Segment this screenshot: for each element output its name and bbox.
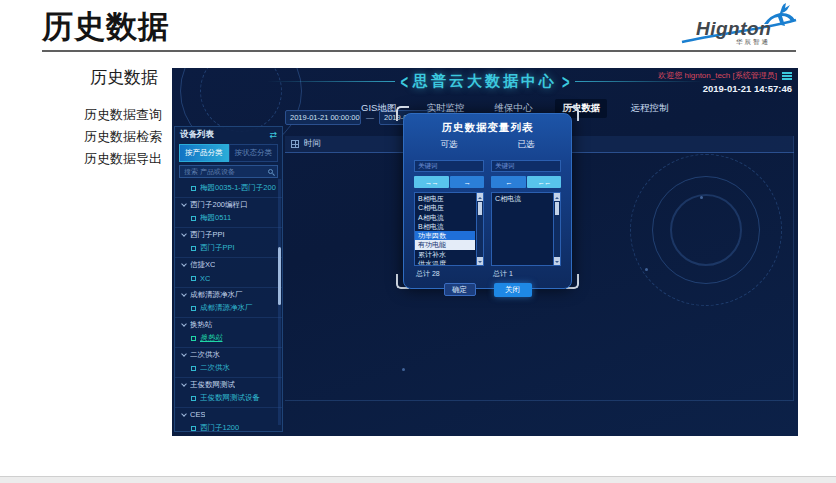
device-search-input[interactable] [184,168,268,175]
tree-item-icon [181,261,187,267]
tree-item-icon [181,321,187,327]
tree-item-icon [191,336,196,341]
tree-item-icon [191,186,196,191]
variable-option[interactable]: B相电压 [415,194,475,203]
tree-item[interactable]: 二次供水 [175,361,282,375]
sidebar-item[interactable]: 历史数据检索 [84,130,162,144]
time-column-header: 时间 [304,138,321,150]
tree-item[interactable]: 梅园0511 [175,211,282,225]
dashboard-header: < 思普云大数据中心 > 欢迎您 hignton_tech [系统管理员] 20… [172,68,798,98]
sidebar-item[interactable]: 历史数据导出 [84,152,162,166]
tree-item-label: 成都清源净水厂 [190,290,243,300]
tree-item-label: 西门子200编程口 [190,200,248,210]
variable-option[interactable]: C相电压 [415,203,475,212]
logo-subtitle: 华辰智通 [736,38,770,47]
variable-option[interactable]: C相电流 [492,194,552,203]
scroll-up-arrow[interactable] [554,193,560,201]
title-divider [42,50,796,52]
variable-list-modal: 历史数据变量列表 可选 →→ → B相电压 [403,113,572,289]
variable-option[interactable]: B相电流 [415,222,475,231]
panel-tab[interactable]: 按状态分类 [229,144,279,162]
angle-bracket-right: > [562,70,570,94]
welcome-text: 欢迎您 hignton_tech [系统管理员] [658,70,777,81]
move-right-button[interactable]: → [450,176,485,188]
scrollbar-thumb[interactable] [478,202,482,215]
menu-icon[interactable] [782,72,792,74]
logo-text: Hignton [696,18,771,40]
panel-tab[interactable]: 按产品分类 [179,144,229,162]
tree-item[interactable]: 成都清源净水厂 [175,287,282,301]
device-panel-header: 设备列表 ⇄ [175,127,282,143]
tree-item-icon [191,216,196,221]
available-list-scrollbar[interactable] [476,193,483,265]
tree-item[interactable]: 西门子200编程口 [175,197,282,211]
variable-option[interactable]: A相电流 [415,213,475,222]
tree-item[interactable]: XC [175,271,282,285]
scroll-up-arrow[interactable] [477,193,483,201]
variable-option[interactable]: 累计补水 [415,250,475,259]
page-title: 历史数据 [42,6,170,48]
device-panel-title: 设备列表 [180,129,214,141]
selected-list-scrollbar[interactable] [553,193,560,265]
tree-item[interactable]: 西门子PPI [175,227,282,241]
tree-item-label: 梅园0511 [200,213,231,223]
variable-option[interactable]: 有功电能 [415,240,475,249]
tree-item[interactable]: 西门子1200 [175,421,282,433]
confirm-button[interactable]: 确定 [444,283,476,296]
sidebar-menu: 历史数据查询 历史数据检索 历史数据导出 [84,108,162,174]
scrollbar-thumb[interactable] [278,247,281,305]
header-line [267,81,395,82]
tree-item-label: 梅园0035-1-西门子200 [200,183,276,193]
move-left-button[interactable]: ← [491,176,526,188]
tree-item[interactable]: 王俊数网测试设备 [175,391,282,405]
move-all-left-button[interactable]: ←← [527,176,562,188]
sidebar-heading: 历史数据 [90,66,158,89]
tree-item-icon [191,426,196,431]
variable-option[interactable]: 供水温度 [415,259,475,266]
close-button[interactable]: 关闭 [494,283,532,297]
footer-strip [0,476,836,483]
tree-item[interactable]: 西门子PPI [175,241,282,255]
tree-item[interactable]: 换热站 [175,317,282,331]
tree-item-label: 西门子PPI [200,243,235,253]
available-label: 可选 [414,139,484,151]
scroll-down-arrow[interactable] [554,257,560,265]
tree-item-icon [191,246,196,251]
tree-item[interactable]: 成都清源净水厂 [175,301,282,315]
nav-tab[interactable]: 远程控制 [623,99,675,118]
collapse-icon[interactable]: ⇄ [269,130,277,140]
scrollbar-thumb[interactable] [555,202,559,215]
tree-item[interactable]: 王俊数网测试 [175,377,282,391]
device-tree: 梅园0035-1-西门子200 西门子200编程口 梅园0511 [175,181,282,433]
tree-item[interactable]: 信捷XC [175,257,282,271]
move-all-right-button[interactable]: →→ [414,176,449,188]
available-total: 总计 28 [414,269,484,279]
table-bottom-border [285,400,794,401]
sidebar-item[interactable]: 历史数据查询 [84,108,162,122]
tree-item[interactable]: CES [175,407,282,421]
tree-item-label: 换热站 [190,320,213,330]
tree-item[interactable]: 梅园0035-1-西门子200 [175,181,282,195]
tree-item-icon [181,231,187,237]
selected-label: 已选 [491,139,561,151]
tree-item-label: 王俊数网测试设备 [200,393,260,403]
tree-item-label: 二次供水 [190,350,220,360]
tree-item-icon [191,306,196,311]
available-search-input[interactable] [414,160,484,172]
scroll-down-arrow[interactable] [477,257,483,265]
tree-item-icon [181,381,187,387]
datetime-text: 2019-01-21 14:57:46 [658,83,792,94]
decor-ring [670,194,742,266]
tree-scrollbar[interactable] [278,179,281,425]
tree-item-icon [191,276,196,281]
variable-option[interactable]: 功率因数 [415,231,475,240]
selected-column: 已选 ← ←← C相电流 [491,139,561,279]
angle-bracket-left: < [400,70,408,94]
decor-dot [700,196,703,199]
tree-item[interactable]: 二次供水 [175,347,282,361]
tree-item-label: XC [200,274,210,283]
selected-search-input[interactable] [491,160,561,172]
tree-item-icon [181,201,187,207]
device-search[interactable] [179,165,278,178]
tree-item[interactable]: 换热站 [175,331,282,345]
